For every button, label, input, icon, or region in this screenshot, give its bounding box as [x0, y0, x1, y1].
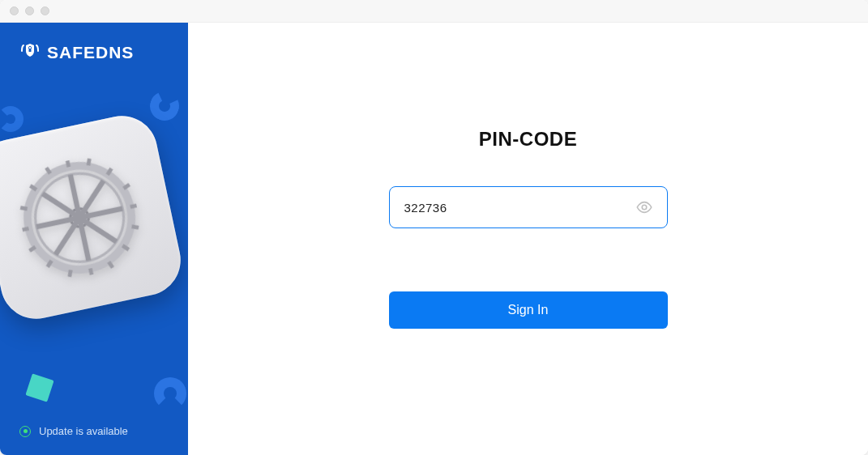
- svg-line-15: [28, 247, 35, 251]
- svg-line-11: [87, 159, 91, 165]
- svg-line-20: [70, 174, 88, 260]
- window-controls: [10, 6, 49, 15]
- app-window: SAFEDNS: [0, 0, 868, 455]
- svg-line-10: [46, 167, 50, 173]
- main-panel: PIN-CODE Sign In: [188, 23, 868, 455]
- page-title: PIN-CODE: [479, 128, 577, 151]
- svg-rect-0: [29, 49, 32, 52]
- svg-line-4: [22, 228, 28, 230]
- svg-point-24: [642, 205, 647, 210]
- toggle-visibility-button[interactable]: [635, 198, 654, 217]
- signin-button[interactable]: Sign In: [389, 291, 668, 329]
- svg-line-6: [30, 185, 36, 191]
- gear-icon: [2, 141, 156, 295]
- svg-line-13: [109, 261, 113, 267]
- brand-logo: SAFEDNS: [0, 23, 188, 65]
- svg-point-1: [18, 156, 141, 279]
- svg-line-23: [42, 181, 116, 254]
- svg-line-7: [106, 168, 113, 175]
- eye-icon: [635, 198, 653, 216]
- decoration-ring-icon: [0, 106, 24, 132]
- content-area: SAFEDNS: [0, 23, 868, 455]
- svg-line-16: [122, 185, 129, 189]
- svg-line-12: [68, 270, 72, 276]
- svg-line-22: [42, 181, 116, 254]
- svg-line-8: [46, 261, 53, 267]
- shield-icon: [19, 40, 41, 65]
- maximize-window-button[interactable]: [41, 6, 49, 15]
- sidebar-decoration: [0, 23, 188, 455]
- update-status[interactable]: Update is available: [0, 425, 188, 455]
- pin-field[interactable]: [389, 186, 668, 228]
- minimize-window-button[interactable]: [25, 6, 34, 15]
- decoration-square-icon: [25, 373, 53, 402]
- svg-point-19: [68, 206, 90, 228]
- svg-point-18: [27, 165, 131, 270]
- titlebar: [0, 0, 868, 23]
- svg-line-14: [20, 206, 27, 210]
- decoration-ring-icon: [154, 377, 186, 410]
- pin-input[interactable]: [404, 201, 626, 215]
- close-window-button[interactable]: [10, 6, 19, 15]
- brand-name: SAFEDNS: [47, 43, 134, 62]
- svg-line-21: [36, 208, 122, 227]
- decoration-ring-icon: [146, 87, 183, 125]
- status-indicator-icon: [19, 426, 31, 437]
- svg-line-3: [90, 268, 92, 274]
- svg-line-2: [67, 160, 69, 167]
- svg-line-9: [122, 245, 129, 251]
- gear-tile: [0, 109, 187, 325]
- svg-line-5: [130, 206, 136, 207]
- update-status-label: Update is available: [39, 425, 128, 437]
- svg-line-17: [131, 225, 138, 229]
- sidebar: SAFEDNS: [0, 23, 188, 455]
